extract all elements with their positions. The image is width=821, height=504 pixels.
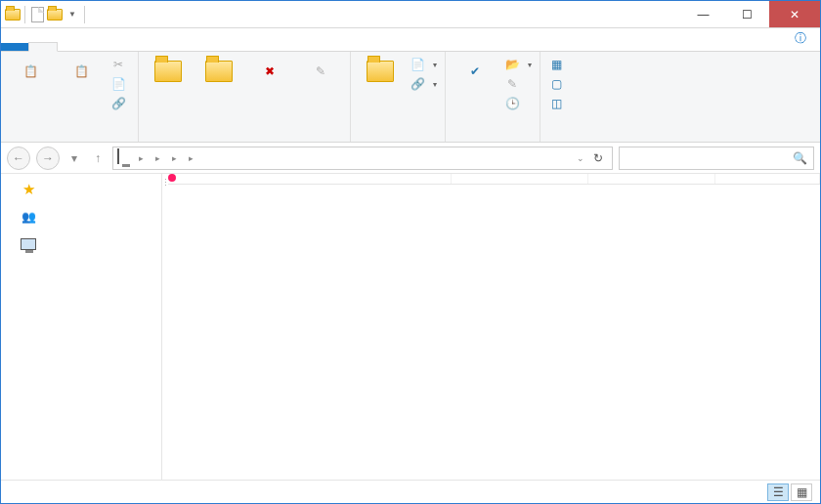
pc-icon xyxy=(117,149,135,167)
column-headers xyxy=(168,174,820,185)
column-type[interactable] xyxy=(588,174,715,184)
breadcrumb-dropdown-icon[interactable]: ⌄ xyxy=(575,153,586,163)
select-none-button[interactable]: ▢ xyxy=(546,75,570,93)
title-bar: ▼ — ☐ ✕ xyxy=(1,1,820,28)
properties-button[interactable]: ✔ xyxy=(452,56,498,89)
copy-path-button[interactable]: 📄 xyxy=(108,75,132,93)
view-icons-button[interactable]: ▦ xyxy=(791,483,812,501)
delete-button[interactable]: ✖ xyxy=(246,56,293,89)
refresh-button[interactable]: ↻ xyxy=(586,151,610,165)
nav-pc[interactable] xyxy=(1,234,161,254)
recent-locations-icon[interactable]: ▾ xyxy=(65,151,83,165)
nav-homegroup[interactable]: 👥 xyxy=(1,207,161,227)
qat-newfolder-icon[interactable] xyxy=(47,7,63,22)
minimize-button[interactable]: — xyxy=(681,1,725,27)
qat: ▼ xyxy=(1,6,91,23)
file-rows xyxy=(168,185,820,480)
nav-favorites[interactable]: ★ xyxy=(1,180,161,199)
navigation-pane: ★ 👥 xyxy=(1,174,162,480)
maximize-button[interactable]: ☐ xyxy=(725,1,769,27)
ribbon-group-open: ✔ 📂▾ ✎ 🕒 xyxy=(446,52,540,142)
search-input[interactable]: 🔍 xyxy=(619,147,814,170)
history-button[interactable]: 🕒 xyxy=(502,95,534,112)
select-invert-button[interactable]: ◫ xyxy=(546,95,570,112)
paste-button[interactable]: 📋 xyxy=(58,56,105,89)
column-size[interactable] xyxy=(715,174,820,184)
ribbon-group-select: ▦ ▢ ◫ xyxy=(540,52,576,142)
new-folder-button[interactable] xyxy=(357,56,404,89)
forward-button[interactable]: → xyxy=(36,147,60,170)
tab-view[interactable] xyxy=(85,43,112,51)
copy-button[interactable]: 📋 xyxy=(7,56,54,89)
move-to-button[interactable] xyxy=(145,56,192,89)
edit-button[interactable]: ✎ xyxy=(502,75,534,93)
back-button[interactable]: ← xyxy=(7,147,30,170)
file-list xyxy=(168,174,820,480)
cut-button[interactable]: ✂ xyxy=(108,56,132,73)
new-item-button[interactable]: 📄▾ xyxy=(408,56,439,73)
close-button[interactable]: ✕ xyxy=(769,1,820,27)
rename-button[interactable]: ✎ xyxy=(297,56,344,89)
ribbon-group-new: 📄▾ 🔗▾ xyxy=(351,52,446,142)
qat-dropdown-icon[interactable]: ▼ xyxy=(65,7,80,22)
tab-share[interactable] xyxy=(58,43,85,51)
tab-file[interactable] xyxy=(1,43,28,51)
address-bar: ← → ▾ ↑ ▸ ▸ ▸ ▸ ⌄ ↻ 🔍 xyxy=(1,143,820,174)
qat-properties-icon[interactable] xyxy=(29,7,45,22)
column-name[interactable] xyxy=(168,174,452,184)
window-controls: — ☐ ✕ xyxy=(681,1,820,27)
new-shortcut-button[interactable]: 🔗▾ xyxy=(408,75,439,93)
ribbon-collapse-icon[interactable]: ⓘ xyxy=(781,26,820,51)
column-date[interactable] xyxy=(452,174,588,184)
app-icon xyxy=(5,7,21,22)
paste-shortcut-button[interactable]: 🔗 xyxy=(108,95,132,112)
ribbon-group-organize: ✖ ✎ xyxy=(139,52,351,142)
status-bar: ☰ ▦ xyxy=(1,480,820,503)
view-details-button[interactable]: ☰ xyxy=(767,483,789,501)
copy-to-button[interactable] xyxy=(195,56,242,89)
open-button[interactable]: 📂▾ xyxy=(502,56,534,73)
up-button[interactable]: ↑ xyxy=(89,151,107,165)
breadcrumb[interactable]: ▸ ▸ ▸ ▸ ⌄ ↻ xyxy=(112,147,613,170)
ribbon: 📋 📋 ✂ 📄 🔗 ✖ ✎ 📄▾ 🔗▾ xyxy=(1,52,820,143)
select-all-button[interactable]: ▦ xyxy=(546,56,570,73)
ribbon-tabs: ⓘ xyxy=(1,28,820,52)
main-area: ★ 👥 ⋮ xyxy=(1,174,820,480)
ribbon-group-clipboard: 📋 📋 ✂ 📄 🔗 xyxy=(1,52,139,142)
tab-home[interactable] xyxy=(28,42,58,52)
search-icon: 🔍 xyxy=(793,151,807,165)
